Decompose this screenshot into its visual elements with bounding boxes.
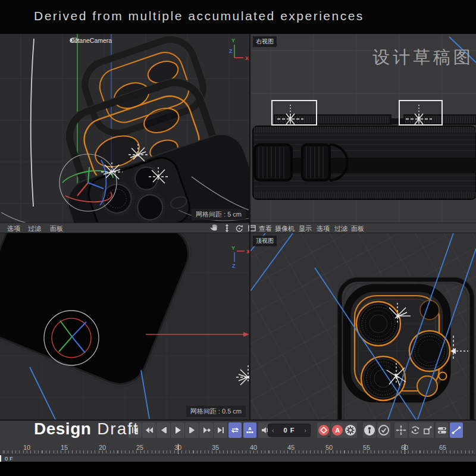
previous-frame-button[interactable] [156, 422, 170, 438]
record-objects-button[interactable] [363, 422, 376, 438]
view-label-right[interactable]: 右视图 [253, 36, 277, 47]
autokey-button[interactable]: A [331, 422, 344, 438]
svg-text:Z: Z [229, 48, 233, 54]
top-banner: Derived from multiple accumulated experi… [0, 0, 476, 34]
menu-panel-left[interactable]: 面板 [50, 224, 63, 233]
menu-view[interactable]: 查看 [259, 224, 272, 233]
record-parameters-button[interactable] [436, 422, 449, 438]
playhead-strip[interactable]: 0 F [0, 455, 476, 462]
play-button[interactable] [171, 422, 184, 438]
banner-title: Derived from multiple accumulated experi… [34, 9, 364, 23]
current-frame-field[interactable]: ‹ 0 F › [268, 424, 311, 437]
viewport-top[interactable]: 顶视图 [250, 233, 476, 419]
bottom-letterbox [0, 462, 476, 476]
frame-increment-icon[interactable]: › [304, 427, 306, 434]
playhead-label: 0 F [5, 455, 13, 462]
keyframe-settings-button[interactable] [344, 422, 357, 438]
frame-decrement-icon[interactable]: ‹ [272, 427, 274, 434]
point-level-animation-button[interactable] [450, 422, 463, 438]
camera-icon [70, 37, 78, 43]
perspective-scene: Y Z X [0, 34, 249, 223]
svg-text:X: X [245, 55, 249, 61]
pan-hand-icon[interactable] [210, 224, 219, 233]
grid-spacing-label-front: 网格间距 : 0.5 cm [186, 406, 246, 417]
app-window: Derived from multiple accumulated experi… [0, 0, 476, 476]
front-view-scene: Y X Z [0, 233, 249, 419]
rotate-view-icon[interactable] [235, 224, 244, 233]
keyframe-marker-mode-button[interactable]: A [243, 422, 256, 438]
next-key-button[interactable] [199, 422, 213, 438]
record-scale-button[interactable] [421, 422, 434, 438]
svg-text:A: A [335, 427, 340, 434]
camera-label[interactable]: OctaneCamera [70, 37, 112, 44]
watermark-cn: 设计草稿图 [372, 46, 474, 70]
viewport-right[interactable]: 右视图 设计草稿图 [250, 34, 476, 223]
record-keyframe-button[interactable] [317, 422, 330, 438]
previous-key-button[interactable] [142, 422, 156, 438]
zoom-move-icon[interactable] [223, 224, 231, 233]
menu-display[interactable]: 显示 [299, 224, 312, 233]
next-frame-button[interactable] [185, 422, 199, 438]
menu-panel-right[interactable]: 面板 [351, 224, 364, 233]
viewport-perspective[interactable]: Y Z X OctaneCamera 网格间距 : 5 cm [0, 34, 249, 223]
enable-check-button[interactable] [377, 422, 390, 438]
viewport-front[interactable]: Y X Z 网格间距 : 0.5 cm [0, 233, 249, 419]
loop-playback-button[interactable] [228, 422, 242, 438]
current-frame-value[interactable]: 0 F [284, 427, 295, 434]
record-position-button[interactable] [394, 422, 408, 438]
svg-text:Y: Y [231, 245, 235, 251]
goto-end-button[interactable] [214, 422, 227, 438]
record-rotation-button[interactable] [409, 422, 422, 438]
view-label-top[interactable]: 顶视图 [253, 236, 277, 246]
menu-options-left[interactable]: 选项 [7, 224, 20, 233]
menu-options-right[interactable]: 选项 [317, 224, 330, 233]
menu-filter-left[interactable]: 过滤 [28, 224, 41, 233]
menu-camera[interactable]: 摄像机 [275, 224, 295, 233]
svg-text:Y: Y [231, 37, 235, 43]
goto-start-button[interactable] [128, 422, 142, 438]
timeline-ruler[interactable] [1, 450, 475, 453]
menu-filter-right[interactable]: 过滤 [334, 224, 347, 233]
viewport-divider [249, 34, 250, 419]
top-view-scene [250, 233, 476, 419]
svg-text:Z: Z [232, 263, 236, 269]
svg-text:A: A [248, 426, 252, 431]
grid-spacing-label: 网格间距 : 5 cm [192, 209, 246, 220]
